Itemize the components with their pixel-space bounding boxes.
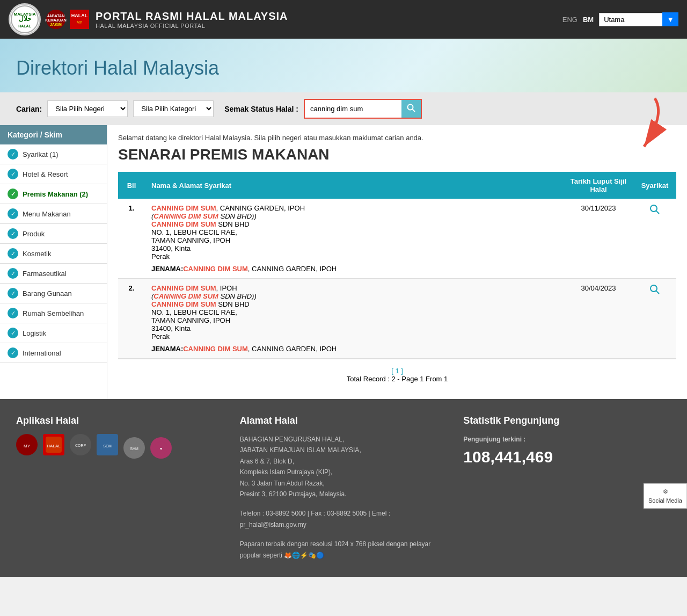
sidebar-label-hotel: Hotel & Resort: [23, 170, 68, 178]
svg-text:SHM: SHM: [130, 447, 138, 451]
row2-address1: NO. 1, LEBUH CECIL RAE,: [151, 308, 557, 316]
semak-label: Semak Status Halal :: [224, 105, 298, 113]
sidebar-item-farmaseutikal[interactable]: ✓ Farmaseutikal: [0, 264, 107, 284]
check-icon-farmaseutikal: ✓: [8, 268, 18, 279]
svg-text:HALAL: HALAL: [18, 24, 31, 28]
svg-point-14: [651, 205, 657, 212]
content-title: SENARAI PREMIS MAKANAN: [118, 146, 676, 163]
check-icon-logistik: ✓: [8, 328, 18, 338]
portal-main-title: PORTAL RASMI HALAL MALAYSIA: [96, 10, 556, 23]
col-syarikat: Syarikat: [633, 172, 676, 199]
row1-address1: NO. 1, LEBUH CECIL RAE,: [151, 228, 557, 236]
sidebar-item-rumah[interactable]: ✓ Rumah Sembelihan: [0, 303, 107, 323]
row2-company-line3-red: CANNING DIM SUM: [151, 300, 216, 308]
row1-company-line3-red: CANNING DIM SUM: [151, 220, 216, 228]
footer-alamat-line3: Aras 6 & 7, Blok D,: [240, 456, 448, 467]
pagination-links: [ 1 ]: [126, 367, 669, 375]
sidebar: Kategori / Skim ✓ Syarikat (1) ✓ Hotel &…: [0, 125, 107, 399]
header-right: ENG BM Utama Laman Utama Direktori ▼: [562, 12, 678, 26]
lang-eng[interactable]: ENG: [562, 16, 578, 24]
row2-search-cell: [633, 279, 676, 359]
row1-jenama-rest: , CANNING GARDEN, IPOH: [248, 265, 337, 273]
footer-logo-5: SHM: [123, 437, 145, 459]
svg-text:SCM: SCM: [103, 444, 112, 448]
check-icon-syarikat: ✓: [8, 149, 18, 160]
sidebar-item-menu[interactable]: ✓ Menu Makanan: [0, 204, 107, 224]
footer: Aplikasi Halal MY HALAL CORP SCM SHM: [0, 399, 687, 577]
footer-logo-6: ♥: [150, 437, 172, 459]
row1-search-cell: [633, 199, 676, 279]
kategori-select[interactable]: Sila Pilih Kategori: [133, 100, 214, 117]
row1-company-italic: (CANNING DIM SUM SDN BHD)): [151, 212, 257, 220]
row2-company-line3-rest: SDN BHD: [216, 300, 250, 308]
portal-subtitle: HALAL MALAYSIA OFFICIAL PORTAL: [96, 23, 556, 29]
col-nama: Nama & Alamat Syarikat: [145, 172, 564, 199]
svg-text:JABATAN: JABATAN: [47, 14, 64, 18]
jakim-logo: JABATAN KEMAJUAN JAKIM HALAL MY: [45, 9, 89, 30]
svg-text:KEMAJUAN: KEMAJUAN: [45, 18, 67, 22]
row1-search-btn[interactable]: [649, 204, 660, 218]
pagination-area: [ 1 ] Total Record : 2 - Page 1 From 1: [118, 359, 676, 390]
lang-bm[interactable]: BM: [583, 16, 594, 24]
row1-company-name-rest: , CANNING GARDEN, IPOH: [216, 204, 305, 212]
sidebar-label-kosmetik: Kosmetik: [23, 250, 51, 258]
check-icon-premis: ✓: [8, 189, 18, 199]
sidebar-item-syarikat[interactable]: ✓ Syarikat (1): [0, 144, 107, 164]
svg-point-11: [407, 105, 413, 110]
portal-title-block: PORTAL RASMI HALAL MALAYSIA HALAL MALAYS…: [96, 10, 556, 29]
check-icon-barang: ✓: [8, 288, 18, 299]
sidebar-item-premis[interactable]: ✓ Premis Makanan (2): [0, 184, 107, 204]
footer-alamat-resolution: Paparan terbaik dengan resolusi 1024 x 7…: [240, 539, 448, 561]
total-record: Total Record : 2 - Page 1 From 1: [126, 375, 669, 383]
row2-address4: Perak: [151, 332, 557, 340]
svg-text:JAKIM: JAKIM: [50, 23, 62, 26]
sidebar-item-produk[interactable]: ✓ Produk: [0, 224, 107, 244]
search-bar: Carian: Sila Pilih Negeri Sila Pilih Kat…: [0, 92, 687, 125]
sidebar-item-hotel[interactable]: ✓ Hotel & Resort: [0, 164, 107, 184]
search-button[interactable]: [401, 100, 421, 118]
footer-alamat-title: Alamat Halal: [240, 415, 448, 426]
negeri-select[interactable]: Sila Pilih Negeri: [47, 100, 128, 117]
col-tarikh: Tarikh Luput Sijil Halal: [564, 172, 633, 199]
row2-company-italic: (CANNING DIM SUM SDN BHD)): [151, 292, 257, 300]
sidebar-item-kosmetik[interactable]: ✓ Kosmetik: [0, 244, 107, 264]
footer-logo-4: SCM: [97, 434, 118, 455]
footer-alamat-line5: No. 3 Jalan Tun Abdul Razak,: [240, 478, 448, 489]
sidebar-item-barang[interactable]: ✓ Barang Gunaan: [0, 284, 107, 303]
row2-bil: 2.: [118, 279, 145, 359]
halal-logo: MALAYSIA حلال HALAL: [9, 3, 41, 35]
sidebar-label-produk: Produk: [23, 230, 45, 238]
svg-line-17: [656, 291, 659, 294]
check-icon-international: ✓: [8, 347, 18, 358]
svg-text:HALAL: HALAL: [71, 13, 88, 18]
carian-label: Carian:: [16, 105, 42, 113]
sidebar-item-international[interactable]: ✓ International: [0, 343, 107, 363]
svg-text:MY: MY: [77, 20, 83, 24]
svg-text:حلال: حلال: [19, 15, 32, 23]
row2-company-name-rest: , IPOH: [216, 284, 237, 292]
gear-icon: ⚙: [663, 488, 668, 495]
pagination-page1[interactable]: [ 1 ]: [391, 367, 403, 375]
social-media-label: Social Media: [648, 497, 682, 504]
search-input[interactable]: [305, 102, 401, 116]
nav-dropdown-btn[interactable]: ▼: [662, 12, 678, 26]
nav-select[interactable]: Utama Laman Utama Direktori: [599, 13, 663, 26]
sidebar-label-farmaseutikal: Farmaseutikal: [23, 270, 67, 278]
row2-address3: 31400, Kinta: [151, 324, 557, 332]
row1-address3: 31400, Kinta: [151, 244, 557, 252]
row2-search-btn[interactable]: [649, 284, 660, 298]
top-header: MALAYSIA حلال HALAL JABATAN KEMAJUAN JAK…: [0, 0, 687, 39]
row2-date: 30/04/2023: [564, 279, 633, 359]
sidebar-item-logistik[interactable]: ✓ Logistik: [0, 323, 107, 343]
row1-jenama: JENAMA:CANNING DIM SUM, CANNING GARDEN, …: [151, 265, 557, 273]
table-row: 2. CANNING DIM SUM, IPOH (CANNING DIM SU…: [118, 279, 676, 359]
footer-logo-1: MY: [16, 434, 38, 455]
social-media-btn[interactable]: ⚙ Social Media: [644, 483, 687, 509]
sidebar-header: Kategori / Skim: [0, 125, 107, 144]
nav-select-wrap[interactable]: Utama Laman Utama Direktori ▼: [599, 12, 678, 26]
sidebar-label-logistik: Logistik: [23, 329, 46, 337]
col-bil: Bil: [118, 172, 145, 199]
svg-text:MY: MY: [24, 444, 31, 448]
row1-address4: Perak: [151, 252, 557, 260]
sidebar-label-syarikat: Syarikat (1): [23, 150, 58, 158]
